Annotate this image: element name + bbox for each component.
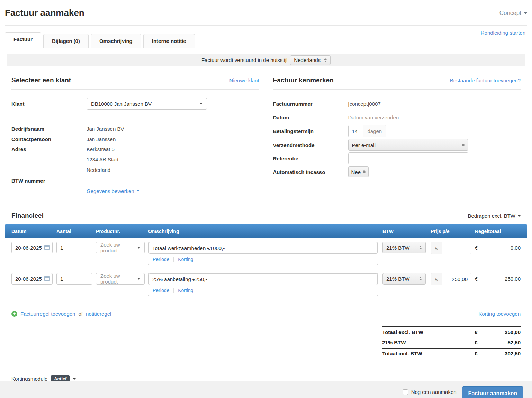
quantity-input[interactable] xyxy=(56,242,92,253)
select-arrows-icon xyxy=(419,277,422,280)
chevron-down-icon[interactable] xyxy=(73,378,76,380)
customer-details: Bedrijfsnaam Jan Janssen BV Contactperso… xyxy=(11,123,259,196)
currency-symbol: € xyxy=(475,273,478,285)
quantity-input[interactable] xyxy=(56,273,92,285)
btw-select[interactable]: 21% BTW xyxy=(382,273,426,285)
description-box: Periode Korting xyxy=(148,242,378,265)
details-columns: Selecteer een klant Nieuwe klant Klant D… xyxy=(5,66,527,196)
chevron-down-icon xyxy=(518,215,521,217)
adres-value: Kerkstraat 5 1234 AB Stad Nederland xyxy=(87,144,118,175)
currency-symbol: € xyxy=(475,340,477,345)
new-customer-link[interactable]: Nieuwe klant xyxy=(229,77,259,83)
chevron-down-icon xyxy=(137,247,140,249)
total-excl-row: Totaal excl. BTW € 250,00 xyxy=(382,326,521,337)
financial-heading: Financieel xyxy=(11,212,44,220)
housestyle-banner-text: Factuur wordt verstuurd in de huisstijl xyxy=(201,57,287,63)
invoice-create-page: Factuur aanmaken Concept Rondleiding sta… xyxy=(0,0,532,388)
description-box: Periode Korting xyxy=(148,273,378,296)
create-invoice-button[interactable]: Factuur aanmaken xyxy=(462,386,523,398)
btw-total-row: 21% BTW € 52,50 xyxy=(382,337,521,348)
customer-select[interactable]: DB10000 Jan Janssen BV xyxy=(87,98,207,110)
periode-link[interactable]: Periode xyxy=(153,257,169,262)
language-select[interactable]: Nederlands xyxy=(290,55,331,65)
tab-interne-notitie[interactable]: Interne notitie xyxy=(143,34,195,48)
chevron-down-icon xyxy=(137,278,140,280)
calendar-icon[interactable] xyxy=(44,245,50,250)
referentie-input[interactable] xyxy=(348,152,468,164)
betalingstermijn-input[interactable] xyxy=(349,125,363,137)
price-input[interactable] xyxy=(442,273,471,285)
incasso-select[interactable]: Nee xyxy=(348,166,369,177)
price-input[interactable] xyxy=(442,242,471,254)
col-datum: Datum xyxy=(11,229,56,234)
select-arrows-icon xyxy=(363,170,366,174)
add-note-line-link[interactable]: notitieregel xyxy=(86,311,111,317)
periode-link[interactable]: Periode xyxy=(153,288,169,293)
tab-factuur[interactable]: Factuur xyxy=(5,32,41,48)
betalingstermijn-row: Betalingstermijn dagen xyxy=(273,125,521,137)
btw-select[interactable]: 21% BTW xyxy=(382,242,426,253)
add-icon[interactable]: + xyxy=(11,311,17,317)
currency-symbol: € xyxy=(475,351,477,357)
table-row: Zoek uw product Periode Korting 21 xyxy=(5,238,527,269)
tour-link[interactable]: Rondleiding starten xyxy=(481,30,525,36)
or-text: of xyxy=(78,311,83,317)
add-discount-link[interactable]: Korting toevoegen xyxy=(478,311,521,317)
customer-section: Selecteer een klant Nieuwe klant Klant D… xyxy=(11,76,259,196)
line-total-value: 250,00 xyxy=(505,273,521,285)
date-field-wrap xyxy=(11,273,53,285)
select-arrows-icon xyxy=(324,58,327,62)
create-another-wrap: Nog een aanmaken xyxy=(403,389,457,395)
contactpersoon-row: Contactpersoon Jan Janssen xyxy=(11,134,259,144)
page-title: Factuur aanmaken xyxy=(5,8,84,18)
edit-details-link[interactable]: Gegevens bewerken xyxy=(87,188,139,194)
footer-bar: Nog een aanmaken Factuur aanmaken xyxy=(0,381,532,398)
invoice-props-section: Factuur kenmerken Bestaande factuur toev… xyxy=(273,76,521,196)
klant-label: Klant xyxy=(11,101,87,107)
line-total: € 0,00 xyxy=(475,242,521,254)
datum-value: Datum van verzenden xyxy=(348,114,399,120)
product-select[interactable]: Zoek uw product xyxy=(96,273,145,285)
price-group: € xyxy=(431,242,471,254)
line-links: Periode Korting xyxy=(148,285,378,296)
korting-link[interactable]: Korting xyxy=(178,288,193,293)
financial-header: Financieel Bedragen excl. BTW xyxy=(5,196,527,224)
referentie-row: Referentie xyxy=(273,152,521,164)
contactpersoon-value: Jan Janssen xyxy=(87,136,116,142)
totals-block: Totaal excl. BTW € 250,00 21% BTW € 52,5… xyxy=(382,326,521,359)
col-aantal: Aantal xyxy=(56,229,96,234)
amounts-toggle[interactable]: Bedragen excl. BTW xyxy=(468,213,521,219)
verzendmethode-row: Verzendmethode Per e-mail xyxy=(273,139,521,151)
col-productnr: Productnr. xyxy=(96,229,148,234)
description-input[interactable] xyxy=(148,273,378,285)
existing-invoice-link[interactable]: Bestaande factuur toevoegen? xyxy=(450,77,521,83)
korting-link[interactable]: Korting xyxy=(178,257,193,262)
description-input[interactable] xyxy=(148,242,378,254)
add-invoice-line-link[interactable]: Factuurregel toevoegen xyxy=(20,311,75,317)
currency-symbol: € xyxy=(475,329,477,335)
line-links: Periode Korting xyxy=(148,254,378,265)
tabs-zone: Rondleiding starten Factuur Bijlagen (0)… xyxy=(5,26,527,48)
chevron-down-icon xyxy=(524,12,527,14)
chevron-down-icon xyxy=(200,103,202,105)
table-header: Datum Aantal Productnr. Omschrijving BTW… xyxy=(5,224,527,238)
verzendmethode-select[interactable]: Per e-mail xyxy=(348,139,468,151)
status-dropdown[interactable]: Concept xyxy=(499,10,527,17)
tab-bijlagen[interactable]: Bijlagen (0) xyxy=(43,34,89,48)
btw-nummer-row: BTW nummer xyxy=(11,175,259,186)
product-select[interactable]: Zoek uw product xyxy=(96,242,145,253)
tab-omschrijving[interactable]: Omschrijving xyxy=(91,34,141,48)
status-label: Concept xyxy=(499,10,521,17)
customer-section-header: Selecteer een klant Nieuwe klant xyxy=(11,76,259,90)
invoice-props-heading: Factuur kenmerken xyxy=(273,76,334,84)
calendar-icon[interactable] xyxy=(44,276,50,281)
factuurnummer-row: Factuurnummer [concept]0007 xyxy=(273,98,521,110)
currency-symbol: € xyxy=(475,242,478,254)
col-btw: BTW xyxy=(382,229,426,234)
klant-row: Klant DB10000 Jan Janssen BV xyxy=(11,98,259,110)
datum-row: Datum Datum van verzenden xyxy=(273,111,521,123)
date-field-wrap xyxy=(11,242,53,253)
create-another-checkbox[interactable] xyxy=(403,389,408,395)
select-arrows-icon xyxy=(462,143,465,147)
housestyle-banner: Factuur wordt verstuurd in de huisstijl … xyxy=(7,54,525,66)
